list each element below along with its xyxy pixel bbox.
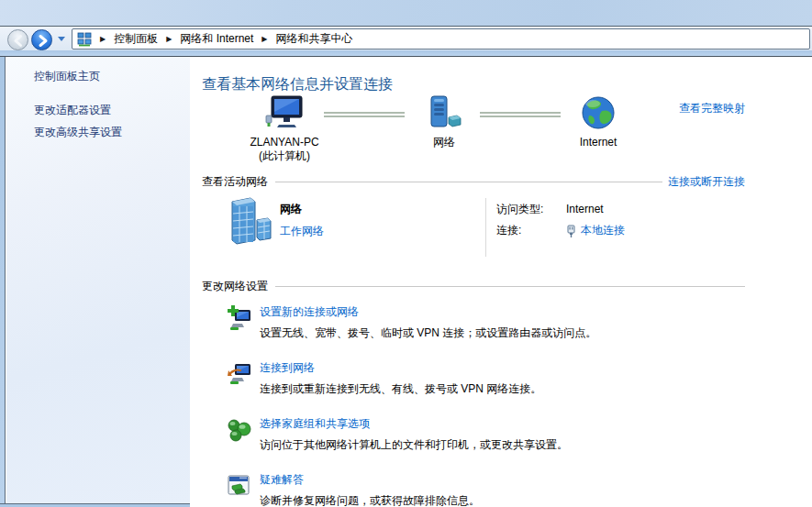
back-button[interactable] <box>7 29 28 50</box>
internet-globe-icon <box>581 95 616 130</box>
active-networks-section-header: 查看活动网络 连接或断开连接 <box>202 174 745 190</box>
forward-button[interactable] <box>31 29 52 50</box>
map-node-internet[interactable]: Internet <box>543 95 653 149</box>
setting-description: 连接到或重新连接到无线、有线、拨号或 VPN 网络连接。 <box>260 382 541 395</box>
sidebar-item-change-adapter-settings[interactable]: 更改适配器设置 <box>34 105 190 116</box>
map-node-network[interactable]: 网络 <box>389 95 499 149</box>
map-node-label: Internet <box>580 136 617 149</box>
setting-description: 访问位于其他网络计算机上的文件和打印机，或更改共享设置。 <box>260 438 568 451</box>
network-buildings-icon <box>228 196 272 246</box>
sidebar-item-change-advanced-sharing[interactable]: 更改高级共享设置 <box>34 127 190 138</box>
setting-item-connect-to-network[interactable]: 连接到网络 连接到或重新连接到无线、有线、拨号或 VPN 网络连接。 <box>202 361 745 395</box>
network-sharing-center-window: ▶ 控制面板 ▶ 网络和 Internet ▶ 网络和共享中心 控制面板主页 更… <box>0 0 812 507</box>
breadcrumb-separator-icon[interactable]: ▶ <box>100 36 106 43</box>
sidebar-item-control-panel-home[interactable]: 控制面板主页 <box>34 71 190 83</box>
network-settings-header-label: 更改网络设置 <box>202 279 268 294</box>
connections-label: 连接: <box>496 224 555 237</box>
setting-title-link[interactable]: 疑难解答 <box>260 473 304 486</box>
setting-item-new-connection[interactable]: 设置新的连接或网络 设置无线、宽带、拨号、临时或 VPN 连接；或设置路由器或访… <box>202 305 745 339</box>
map-node-computer[interactable]: ZLANYAN-PC (此计算机) <box>229 95 339 163</box>
network-settings-section-header: 更改网络设置 <box>202 279 745 294</box>
active-network-panel: 网络 工作网络 访问类型: Internet 连接: <box>202 196 745 259</box>
setting-title-link[interactable]: 选择家庭组和共享选项 <box>260 417 370 430</box>
network-icon <box>426 95 462 130</box>
local-area-connection-link[interactable]: 本地连接 <box>581 224 625 237</box>
forward-arrow-icon <box>32 30 53 51</box>
setting-description: 设置无线、宽带、拨号、临时或 VPN 连接；或设置路由器或访问点。 <box>260 326 596 339</box>
setting-item-troubleshoot[interactable]: 疑难解答 诊断并修复网络问题，或获得故障排除信息。 <box>202 473 745 507</box>
section-divider-line <box>275 286 745 287</box>
setting-title-link[interactable]: 连接到网络 <box>260 361 315 374</box>
network-sharing-center-icon <box>77 32 92 47</box>
map-node-sublabel: (此计算机) <box>250 149 318 163</box>
ethernet-plug-icon <box>566 225 576 237</box>
navigation-bar: ▶ 控制面板 ▶ 网络和 Internet ▶ 网络和共享中心 <box>0 26 812 50</box>
active-network-name: 网络 <box>280 203 324 216</box>
new-connection-icon <box>228 305 251 333</box>
setting-item-homegroup-options[interactable]: 选择家庭组和共享选项 访问位于其他网络计算机上的文件和打印机，或更改共享设置。 <box>202 417 745 451</box>
sidebar-task-pane: 控制面板主页 更改适配器设置 更改高级共享设置 <box>6 57 190 503</box>
page-title: 查看基本网络信息并设置连接 <box>202 75 745 94</box>
breadcrumb-item-network-sharing-center[interactable]: 网络和共享中心 <box>276 31 353 47</box>
access-type-label: 访问类型: <box>496 203 555 216</box>
network-map: ZLANYAN-PC (此计算机) <box>202 94 745 172</box>
access-type-value: Internet <box>566 203 604 216</box>
window-titlebar <box>0 0 812 26</box>
back-arrow-icon <box>8 30 29 51</box>
troubleshoot-icon <box>228 473 251 501</box>
main-content: 查看基本网络信息并设置连接 ZLANYAN-PC (此计 <box>190 57 812 507</box>
computer-icon <box>265 95 304 130</box>
window-left-frame <box>0 57 6 507</box>
active-networks-header-label: 查看活动网络 <box>202 174 268 190</box>
section-divider-line <box>275 182 662 182</box>
network-type-link[interactable]: 工作网络 <box>280 224 324 239</box>
connect-disconnect-link[interactable]: 连接或断开连接 <box>668 174 745 190</box>
homegroup-icon <box>228 417 251 445</box>
breadcrumb-item-control-panel[interactable]: 控制面板 <box>114 31 158 47</box>
recent-pages-dropdown-icon[interactable] <box>58 37 65 41</box>
window-bottom-frame <box>0 503 190 507</box>
setting-description: 诊断并修复网络问题，或获得故障排除信息。 <box>260 494 480 507</box>
map-node-label: 网络 <box>433 136 455 149</box>
breadcrumb-separator-icon[interactable]: ▶ <box>166 36 172 43</box>
breadcrumb-item-network-internet[interactable]: 网络和 Internet <box>180 31 253 47</box>
map-node-label: ZLANYAN-PC <box>250 136 318 149</box>
connect-network-icon <box>228 361 251 389</box>
address-bar[interactable]: ▶ 控制面板 ▶ 网络和 Internet ▶ 网络和共享中心 <box>72 28 810 50</box>
breadcrumb-separator-icon[interactable]: ▶ <box>261 36 267 43</box>
setting-title-link[interactable]: 设置新的连接或网络 <box>260 305 359 318</box>
see-full-map-link[interactable]: 查看完整映射 <box>679 101 745 116</box>
